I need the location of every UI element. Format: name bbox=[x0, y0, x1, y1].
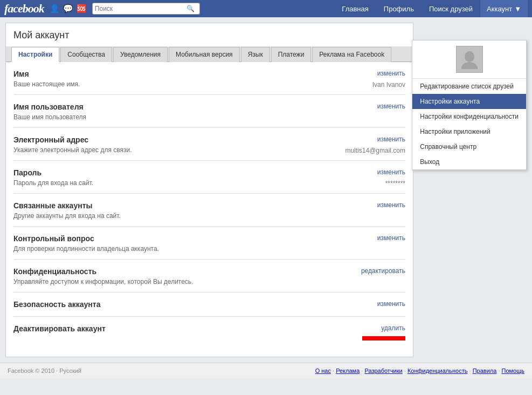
dropdown-menu-item[interactable]: Выход bbox=[412, 154, 526, 169]
footer-link[interactable]: О нас bbox=[315, 367, 331, 374]
search-box: 🔍 bbox=[92, 3, 200, 15]
page-title: Мой аккаунт bbox=[6, 23, 413, 46]
settings-row-title: Конфиденциальность bbox=[13, 267, 96, 276]
settings-row-title: Безопасность аккаунта bbox=[13, 300, 100, 309]
svg-point-0 bbox=[465, 51, 474, 62]
footer-separator: · bbox=[467, 367, 472, 374]
footer-link[interactable]: Реклама bbox=[336, 367, 360, 374]
messages-icon[interactable]: 💬 bbox=[63, 4, 73, 13]
account-dropdown: Редактирование список друзейНастройки ак… bbox=[412, 40, 527, 170]
dropdown-items: Редактирование список друзейНастройки ак… bbox=[412, 79, 526, 169]
page-wrapper: Мой аккаунт НастройкиСообществаУведомлен… bbox=[0, 17, 532, 363]
settings-row-action[interactable]: удалить bbox=[368, 324, 405, 332]
settings-row-value: multis14@gmail.com bbox=[345, 147, 405, 154]
deactivate-bar bbox=[362, 336, 405, 340]
settings-row-title: Контрольный вопрос bbox=[13, 234, 94, 243]
avatar-section bbox=[412, 40, 526, 79]
settings-row: ПарольизменитьПароль для входа на сайт.*… bbox=[13, 161, 405, 194]
dropdown-menu-item[interactable]: Настройки аккаунта bbox=[412, 94, 526, 109]
nav-home[interactable]: Главная bbox=[334, 0, 376, 17]
page-footer: Facebook © 2010 · Русский О нас · Реклам… bbox=[0, 363, 532, 378]
main-content: Мой аккаунт НастройкиСообществаУведомлен… bbox=[5, 23, 413, 357]
tab-уведомления[interactable]: Уведомления bbox=[113, 47, 168, 62]
settings-row-desc: Укажите электронный адрес для связи. bbox=[13, 146, 132, 154]
settings-row: Безопасность аккаунтаизменить bbox=[13, 292, 405, 317]
footer-link[interactable]: Разработчики bbox=[364, 367, 402, 374]
avatar bbox=[456, 46, 483, 73]
settings-row: КонфиденциальностьредактироватьУправляйт… bbox=[13, 260, 405, 292]
settings-row: Контрольный вопросизменитьДля проверки п… bbox=[13, 227, 405, 260]
dropdown-menu-item[interactable]: Настройки приложений bbox=[412, 124, 526, 139]
account-menu-button[interactable]: Аккаунт ▼ bbox=[480, 0, 528, 17]
settings-row-action[interactable]: изменить bbox=[368, 201, 405, 209]
settings-row: ИмяизменитьВаше настоящее имя.Ivan Ivano… bbox=[13, 62, 405, 95]
settings-row: Имя пользователяизменитьВаше имя пользов… bbox=[13, 95, 405, 128]
tab-язык[interactable]: Язык bbox=[241, 47, 270, 62]
tab-мобильная-версия[interactable]: Мобильная версия bbox=[169, 47, 240, 62]
chevron-down-icon: ▼ bbox=[514, 5, 521, 13]
settings-row-desc: Другие аккаунты для входа на сайт. bbox=[13, 212, 121, 220]
friends-icon[interactable]: 👤 bbox=[50, 4, 60, 13]
footer-separator: · bbox=[496, 367, 501, 374]
settings-row-title: Имя пользователя bbox=[13, 103, 84, 111]
notifications-icon[interactable]: 🆘 bbox=[77, 4, 87, 13]
settings-row-value: Ivan Ivanov bbox=[372, 81, 405, 88]
nav-find-friends[interactable]: Поиск друзей bbox=[422, 0, 480, 17]
nav-icons: 👤 💬 🆘 bbox=[50, 4, 87, 13]
settings-row-desc: Для проверки подлинности владельца аккау… bbox=[13, 245, 159, 253]
svg-point-1 bbox=[461, 62, 478, 69]
settings-row-title: Электронный адрес bbox=[13, 135, 88, 144]
nav-profile[interactable]: Профиль bbox=[376, 0, 422, 17]
top-navigation: facebook 👤 💬 🆘 🔍 Главная Профиль Поиск д… bbox=[0, 0, 532, 17]
footer-separator: · bbox=[403, 367, 407, 374]
dropdown-menu-item[interactable]: Редактирование список друзей bbox=[412, 79, 526, 94]
settings-row: Связанные аккаунтыизменитьДругие аккаунт… bbox=[13, 194, 405, 227]
footer-link[interactable]: Помощь bbox=[502, 367, 525, 374]
settings-row-title: Пароль bbox=[13, 168, 42, 177]
settings-row-desc: Ваше настоящее имя. bbox=[13, 80, 80, 88]
settings-row-value: ******** bbox=[385, 180, 405, 187]
settings-row-action[interactable]: изменить bbox=[368, 168, 405, 176]
dropdown-menu-item[interactable]: Справочный центр bbox=[412, 139, 526, 154]
settings-row-action[interactable]: изменить bbox=[368, 234, 405, 242]
tab-платежи[interactable]: Платежи bbox=[271, 47, 312, 62]
tab-сообщества[interactable]: Сообщества bbox=[60, 47, 112, 62]
tabs-row: НастройкиСообществаУведомленияМобильная … bbox=[6, 46, 413, 62]
footer-link[interactable]: Правила bbox=[473, 367, 497, 374]
settings-row-desc: Ваше имя пользователя bbox=[13, 113, 86, 121]
tab-настройки[interactable]: Настройки bbox=[11, 47, 59, 62]
settings-row-action[interactable]: редактировать bbox=[361, 267, 405, 275]
footer-link[interactable]: Конфиденциальность bbox=[407, 367, 468, 374]
settings-row-title: Деактивировать аккаунт bbox=[13, 324, 106, 333]
settings-row-action[interactable]: изменить bbox=[368, 135, 405, 143]
tab-реклама-на-facebook[interactable]: Реклама на Facebook bbox=[312, 47, 391, 62]
settings-row-desc: Пароль для входа на сайт. bbox=[13, 179, 93, 187]
dropdown-menu-item[interactable]: Настройки конфиденциальности bbox=[412, 109, 526, 124]
settings-row-action[interactable]: изменить bbox=[368, 70, 405, 77]
facebook-logo: facebook bbox=[4, 2, 44, 16]
search-input[interactable] bbox=[95, 5, 186, 12]
search-icon: 🔍 bbox=[186, 5, 195, 12]
settings-row-desc: Управляйте доступом к информации, которо… bbox=[13, 278, 193, 285]
right-nav: Главная Профиль Поиск друзей Аккаунт ▼ bbox=[334, 0, 528, 17]
settings-row-action[interactable]: изменить bbox=[368, 103, 405, 110]
settings-row-action[interactable]: изменить bbox=[368, 300, 405, 308]
footer-separator: · bbox=[331, 367, 336, 374]
settings-row-title: Связанные аккаунты bbox=[13, 201, 92, 210]
settings-row-title: Имя bbox=[13, 70, 29, 78]
settings-container: ИмяизменитьВаше настоящее имя.Ivan Ivano… bbox=[6, 62, 413, 357]
footer-copyright: Facebook © 2010 · Русский bbox=[8, 367, 81, 374]
settings-row: Деактивировать аккаунтудалить bbox=[13, 317, 405, 346]
footer-links: О нас · Реклама · Разработчики · Конфиде… bbox=[315, 367, 524, 374]
settings-row: Электронный адресизменитьУкажите электро… bbox=[13, 128, 405, 161]
